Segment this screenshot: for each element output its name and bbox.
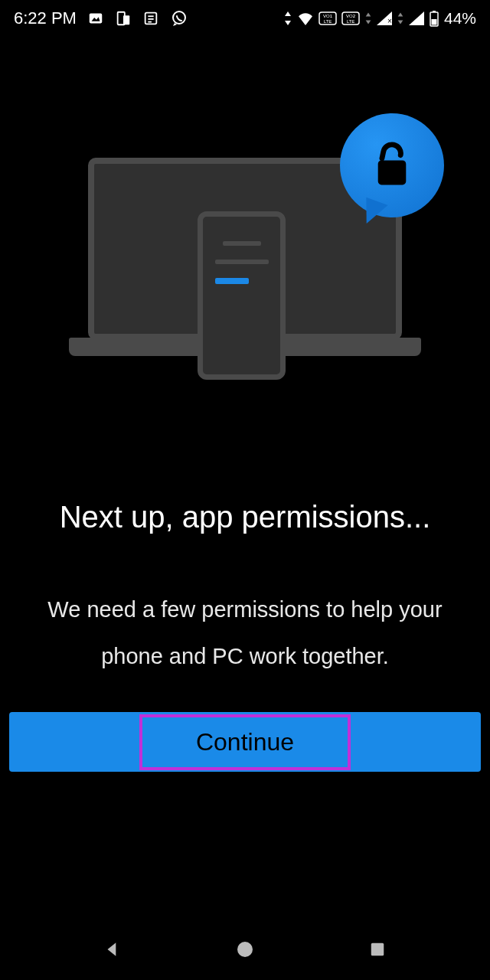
svg-marker-9 (285, 11, 291, 16)
app-notif-icon (115, 10, 132, 27)
signal1-icon: × (377, 11, 392, 25)
speech-bubble (340, 113, 444, 217)
svg-text:LTE: LTE (347, 19, 355, 24)
svg-marker-21 (398, 13, 403, 17)
data-updown2-icon (364, 12, 372, 24)
continue-button[interactable]: Continue (9, 712, 481, 772)
news-icon (142, 10, 159, 27)
svg-text:×: × (387, 17, 392, 25)
status-time: 6:22 PM (14, 8, 77, 28)
navigation-bar (0, 919, 490, 980)
svg-text:VO2: VO2 (346, 14, 356, 18)
battery-icon (429, 10, 439, 27)
wifi-icon (297, 11, 314, 25)
svg-marker-23 (409, 11, 424, 25)
svg-text:LTE: LTE (324, 19, 332, 24)
svg-marker-22 (398, 21, 403, 24)
svg-rect-0 (90, 14, 103, 24)
permissions-illustration (69, 144, 421, 374)
page-subtext: We need a few permissions to help your p… (0, 586, 490, 680)
svg-rect-27 (378, 160, 407, 185)
data-updown3-icon (397, 12, 404, 24)
svg-point-8 (173, 11, 185, 24)
nav-recents-button[interactable] (362, 934, 393, 965)
volte2-icon: VO2LTE (341, 11, 360, 25)
svg-text:VO1: VO1 (323, 14, 333, 18)
unlock-icon (371, 139, 413, 191)
svg-marker-17 (366, 13, 371, 17)
nav-back-button[interactable] (97, 934, 128, 965)
phone-graphic (198, 211, 286, 380)
page-heading: Next up, app permissions... (29, 496, 462, 537)
nav-home-button[interactable] (230, 934, 260, 965)
signal2-icon (409, 11, 424, 25)
svg-marker-18 (366, 21, 371, 24)
continue-button-label: Continue (196, 728, 294, 756)
status-bar: 6:22 PM VO1LTE VO2LTE × (0, 0, 490, 37)
battery-percent: 44% (444, 9, 476, 28)
svg-rect-30 (371, 943, 384, 956)
svg-rect-3 (123, 15, 129, 24)
data-updown-icon (283, 11, 292, 25)
svg-rect-25 (433, 11, 436, 12)
status-left: 6:22 PM (14, 8, 188, 28)
svg-rect-26 (431, 19, 436, 25)
svg-marker-28 (107, 942, 116, 956)
whatsapp-icon (170, 9, 188, 28)
status-right: VO1LTE VO2LTE × 44% (283, 9, 476, 28)
svg-point-29 (237, 942, 253, 957)
main-content: Next up, app permissions... We need a fe… (0, 37, 490, 919)
svg-marker-10 (285, 21, 291, 25)
volte1-icon: VO1LTE (318, 11, 337, 25)
gallery-icon (87, 10, 104, 27)
